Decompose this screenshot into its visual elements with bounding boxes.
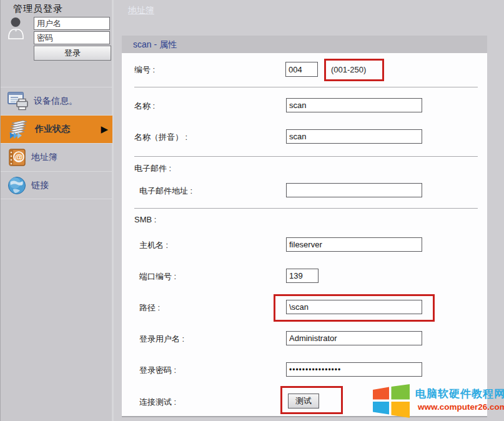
password-input[interactable] <box>34 31 110 44</box>
email-address-input[interactable] <box>286 183 422 197</box>
email-address-label: 电子邮件地址 : <box>139 186 192 197</box>
connection-test-label: 连接测试 : <box>139 397 176 408</box>
login-password-label: 登录密码 : <box>139 365 176 376</box>
email-group-label: 电子邮件 : <box>134 163 171 174</box>
watermark-text: 电脑软硬件教程网 www.computer26.com <box>415 384 504 412</box>
connection-test-button[interactable]: 测试 <box>288 394 319 409</box>
number-range-hint: (001-250) <box>326 61 382 79</box>
number-range-highlight-box: (001-250) <box>324 59 384 81</box>
divider <box>134 208 478 209</box>
host-name-label: 主机名 : <box>139 240 168 251</box>
job-status-icon <box>7 119 31 139</box>
user-avatar-icon <box>7 16 24 39</box>
login-username-label: 登录用户名 : <box>139 334 184 345</box>
panel-title: scan - 属性 <box>122 36 487 53</box>
site-watermark: 电脑软硬件教程网 www.computer26.com <box>373 384 504 419</box>
sidebar-item-links[interactable]: 链接 <box>1 171 112 199</box>
host-name-input[interactable] <box>286 237 422 252</box>
divider <box>134 87 478 87</box>
admin-login-title: 管理员登录 <box>13 3 63 15</box>
active-item-arrow-icon: ▶ <box>101 124 108 135</box>
smb-group-label: SMB : <box>134 215 156 224</box>
number-input[interactable] <box>285 62 318 77</box>
path-label: 路径 : <box>139 302 160 314</box>
name-pinyin-label: 名称（拼音） : <box>134 132 187 143</box>
port-number-input[interactable] <box>286 269 319 283</box>
menu-label-job-status: 作业状态 <box>35 124 70 135</box>
watermark-site-name: 电脑软硬件教程网 <box>415 388 504 400</box>
menu-label-links: 链接 <box>31 180 49 191</box>
sidebar-item-device-info[interactable]: 设备信息。 <box>1 87 112 115</box>
watermark-site-url: www.computer26.com <box>418 402 504 412</box>
login-password-input[interactable] <box>286 362 422 377</box>
sidebar: 管理员登录 登录 设备信息。 <box>0 0 114 421</box>
svg-text:@: @ <box>15 152 23 162</box>
path-input[interactable] <box>286 300 422 314</box>
name-pinyin-input[interactable] <box>286 129 422 144</box>
login-username-input[interactable] <box>286 331 422 345</box>
links-globe-icon <box>7 176 27 196</box>
name-label: 名称 : <box>134 101 155 112</box>
number-label: 编号 : <box>134 64 155 76</box>
name-input[interactable] <box>286 98 422 112</box>
username-input[interactable] <box>34 17 110 30</box>
windows-flag-logo-icon <box>373 384 410 419</box>
properties-form-panel: 编号 : (001-250) 名称 : 名称（拼音） : 电子邮件 : 电子邮件… <box>122 53 487 417</box>
admin-web-ui: 管理员登录 登录 设备信息。 <box>0 0 504 421</box>
sidebar-menu: 设备信息。 作业状态 ▶ <box>1 87 112 199</box>
divider <box>134 156 478 157</box>
panel-title-bar: scan - 属性 <box>122 36 487 53</box>
sidebar-item-job-status[interactable]: 作业状态 ▶ <box>1 115 112 143</box>
login-button[interactable]: 登录 <box>34 46 111 61</box>
port-number-label: 端口编号 : <box>139 271 176 282</box>
address-book-icon: @ <box>7 147 27 167</box>
sidebar-item-address-book[interactable]: @ 地址簿 <box>1 143 112 171</box>
device-info-icon <box>7 91 29 111</box>
breadcrumb-address-book-link[interactable]: 地址簿 <box>128 5 154 16</box>
menu-label-address-book: 地址簿 <box>31 152 57 163</box>
menu-label-device-info: 设备信息。 <box>34 96 77 107</box>
